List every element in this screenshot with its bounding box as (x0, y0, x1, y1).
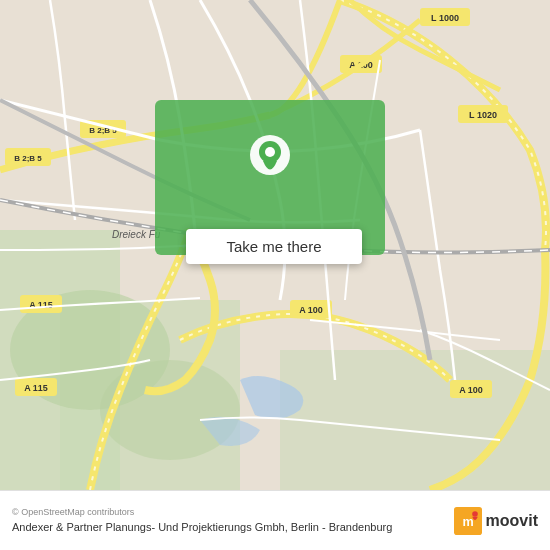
svg-point-28 (265, 147, 275, 157)
location-name: Andexer & Partner Planungs- Und Projekti… (12, 520, 444, 535)
svg-text:A 100: A 100 (459, 385, 483, 395)
svg-point-31 (472, 511, 478, 517)
svg-text:A 115: A 115 (24, 383, 48, 393)
moovit-logo: m moovit (454, 507, 538, 535)
svg-point-5 (100, 360, 240, 460)
svg-text:L 1020: L 1020 (469, 110, 497, 120)
svg-text:L 1000: L 1000 (431, 13, 459, 23)
svg-text:Dreieck Fu: Dreieck Fu (112, 229, 161, 240)
svg-text:A 100: A 100 (299, 305, 323, 315)
info-bar: © OpenStreetMap contributors Andexer & P… (0, 490, 550, 550)
svg-text:B 2;B 5: B 2;B 5 (14, 154, 42, 163)
take-me-there-button[interactable]: Take me there (186, 229, 362, 264)
moovit-logo-text: moovit (486, 512, 538, 530)
svg-text:m: m (462, 514, 473, 528)
location-info: © OpenStreetMap contributors Andexer & P… (12, 506, 444, 536)
map-container: A 100 A 100 A 100 A 115 A 115 (0, 0, 550, 550)
map-attribution: © OpenStreetMap contributors (12, 506, 444, 519)
moovit-icon: m (454, 507, 482, 535)
